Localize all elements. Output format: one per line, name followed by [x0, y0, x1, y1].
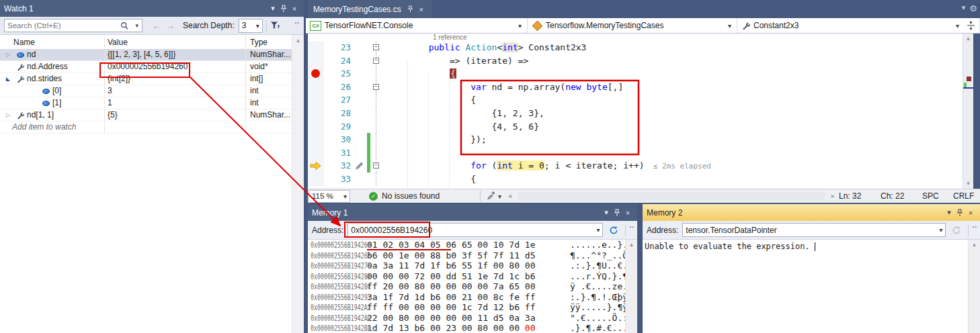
watch-row[interactable]: [0]3int [0, 85, 292, 97]
toolbar-overflow-icon[interactable]: .. [972, 222, 977, 229]
watch-row[interactable]: nd.Address0x000002556b194260void* [0, 61, 292, 73]
line-number[interactable]: 33 [324, 173, 354, 186]
memory2-address-input[interactable]: tensor.TensorDataPointer ▾ [682, 223, 946, 237]
chevron-down-icon[interactable]: ▾ [601, 207, 612, 218]
watch-value-cell[interactable] [105, 122, 246, 133]
format-broom-icon[interactable] [486, 191, 496, 201]
memory-hex-row[interactable]: 0x000002556B1942A2ff ff 00 00 00 00 1c 7… [308, 302, 626, 313]
split-editor-icon[interactable] [967, 21, 975, 30]
scroll-down-icon[interactable]: ▼ [963, 181, 973, 187]
memory-hex-row[interactable]: 0x000002556B1942760a 3a 11 7d 1f b6 55 1… [308, 260, 626, 271]
memory1-hex-view[interactable]: 0x000002556B19426001 02 03 04 05 06 65 0… [308, 240, 626, 333]
type-dropdown[interactable]: Tensorflow.MemoryTestingCases ▾ [528, 18, 737, 33]
line-number[interactable]: 30 [324, 133, 354, 146]
gear-icon[interactable]: ⚙ [969, 3, 977, 13]
chevron-down-icon[interactable]: ▾ [962, 3, 966, 13]
memory-hex-row[interactable]: 0x000002556B19428100 00 00 72 00 dd 51 1… [308, 271, 626, 282]
search-scope-caret-icon[interactable]: ▾ [135, 22, 138, 29]
scroll-left-icon[interactable]: ◄ [504, 193, 516, 199]
code-text[interactable]: for (int i = 0; i < iterate; i++) ≤ 2ms … [382, 159, 963, 173]
watch-value-cell[interactable]: 0x000002556b194260 [105, 61, 246, 73]
memory-hex-row[interactable]: 0x000002556B1942AD22 00 80 00 00 00 00 1… [308, 313, 626, 324]
chevron-down-icon[interactable]: ▾ [944, 207, 954, 218]
line-number[interactable]: 23 [324, 41, 354, 54]
code-text[interactable]: { [382, 93, 963, 107]
code-text[interactable]: public Action<int> Constant2x3 [382, 41, 963, 54]
pin-icon[interactable] [954, 207, 965, 218]
watch-value-cell[interactable]: {int[2]} [105, 73, 246, 85]
line-number[interactable]: 31 [324, 146, 354, 160]
watch-value-cell[interactable]: 1 [105, 97, 246, 109]
collapse-box-icon[interactable]: − [373, 84, 379, 90]
chevron-down-icon[interactable]: ▾ [498, 193, 501, 200]
project-dropdown[interactable]: C# TensorFlowNET.Console ▾ [306, 18, 528, 33]
pin-icon[interactable] [612, 207, 622, 218]
watch-row[interactable]: ▷nd[1, 1]{5}NumShar... [0, 109, 292, 122]
toolbar-overflow-icon[interactable]: .. [629, 222, 635, 229]
glyph-margin[interactable] [308, 159, 324, 173]
line-number[interactable]: 26 [324, 81, 354, 94]
pin-icon[interactable] [405, 4, 416, 15]
chevron-down-icon[interactable]: ▾ [268, 3, 278, 14]
code-text[interactable]: }); [382, 133, 963, 146]
memory2-titlebar[interactable]: Memory 2 ▾ × [643, 204, 980, 221]
memory1-titlebar[interactable]: Memory 1 ▾ × [308, 204, 637, 221]
code-line[interactable]: 31 [308, 146, 963, 160]
watch-value-cell[interactable]: 3 [105, 85, 246, 97]
memory2-scrollbar[interactable]: ▲ [968, 240, 980, 333]
memory1-address-input[interactable]: 0x000002556B194260 ▾ [348, 223, 603, 237]
scroll-right-icon[interactable]: ► [827, 193, 839, 199]
line-number[interactable]: 27 [324, 93, 354, 107]
collapse-box-icon[interactable]: − [373, 58, 379, 64]
glyph-margin[interactable] [308, 120, 324, 134]
line-number[interactable]: 25 [324, 67, 354, 81]
line-number[interactable]: 29 [324, 120, 354, 134]
glyph-margin[interactable] [308, 41, 324, 54]
code-text[interactable]: {4, 5, 6} [382, 120, 963, 134]
watch-row[interactable]: ▷nd{[[1, 2, 3], [4, 5, 6]]}NumShar... [0, 49, 292, 61]
member-dropdown[interactable]: Constant2x3 ▾ [737, 18, 980, 33]
scroll-up-icon[interactable]: ▲ [963, 36, 973, 42]
expander-collapsed-icon[interactable]: ▷ [3, 109, 13, 121]
memory-hex-row[interactable]: 0x000002556B19428Cff 20 00 80 00 00 00 0… [308, 281, 626, 292]
close-icon[interactable]: × [622, 207, 633, 218]
code-line[interactable]: 32− for (int i = 0; i < iterate; i++) ≤ … [308, 159, 963, 173]
column-header-type[interactable]: Type [246, 35, 292, 49]
close-icon[interactable]: × [416, 4, 427, 15]
refresh-icon[interactable] [951, 225, 962, 236]
code-line[interactable]: 29 {4, 5, 6} [308, 120, 963, 134]
memory-hex-row[interactable]: 0x000002556B19426001 02 03 04 05 06 65 0… [308, 240, 626, 250]
editor-vertical-scrollbar[interactable]: ▲ ▼ [963, 34, 973, 189]
breakpoint-margin[interactable] [308, 67, 324, 81]
code-line[interactable]: 24− => (iterate) => [308, 54, 963, 68]
collapse-box-icon[interactable]: − [373, 162, 379, 169]
expander-collapsed-icon[interactable]: ▷ [3, 49, 13, 60]
line-number[interactable]: 28 [324, 107, 354, 120]
document-tab[interactable]: MemoryTestingCases.cs × [308, 0, 432, 18]
code-text[interactable]: var nd = np.array(new byte[,] [382, 81, 963, 94]
line-number[interactable]: 24 [324, 54, 354, 68]
memory-hex-row[interactable]: 0x000002556B1942B81d 7d 13 b6 00 23 00 8… [308, 323, 626, 333]
search-icon[interactable] [120, 21, 129, 30]
watch-row[interactable]: Add item to watch [0, 122, 292, 134]
codelens-references[interactable]: 1 reference [308, 34, 963, 41]
breakpoint-icon[interactable] [311, 69, 320, 78]
outline-collapse-box[interactable]: − [371, 54, 382, 68]
refresh-icon[interactable] [608, 225, 619, 236]
close-icon[interactable]: × [289, 3, 300, 14]
code-text[interactable]: { [382, 67, 963, 81]
glyph-margin[interactable] [308, 146, 324, 160]
glyph-margin[interactable] [308, 173, 324, 186]
watch-titlebar[interactable]: Watch 1 ▾ × [0, 0, 304, 17]
memory1-scrollbar[interactable]: ▲ [625, 240, 637, 333]
zoom-select[interactable]: 115 % ▾ [309, 190, 350, 203]
code-line[interactable]: 33 { [308, 173, 963, 186]
search-depth-select[interactable]: 3 ▾ [239, 19, 263, 33]
watch-value-cell[interactable]: {5} [105, 109, 246, 121]
scroll-up-icon[interactable]: ▲ [969, 242, 980, 248]
outline-collapse-box[interactable]: − [371, 159, 382, 173]
watch-scrollbar[interactable]: ▲ [292, 35, 304, 333]
column-header-value[interactable]: Value [105, 35, 246, 49]
watch-value-cell[interactable]: {[[1, 2, 3], [4, 5, 6]]} [105, 49, 246, 60]
code-line[interactable]: 28 {1, 2, 3}, [308, 107, 963, 120]
